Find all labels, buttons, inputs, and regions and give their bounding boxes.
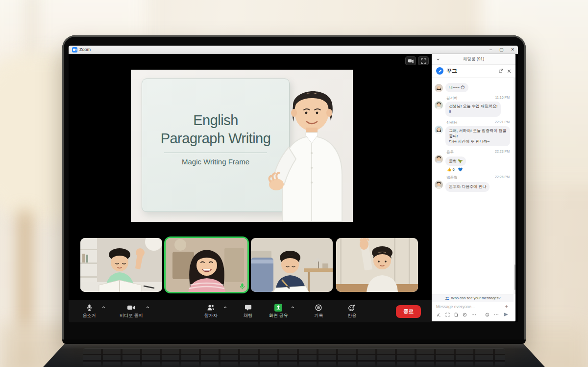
presentation-subtitle: Magic Writing Frame [142,157,289,166]
participant-tile-1[interactable] [80,238,162,292]
video-camera-icon [127,304,135,312]
camera-control-button[interactable] [405,56,416,65]
message-reactions[interactable]: 👍 6 💙 [447,167,510,172]
zoom-app-icon [72,47,77,52]
chat-message: 네~~~ 😊 [435,82,510,92]
stop-video-button[interactable]: 비디오 중지 [120,304,143,319]
chevron-up-icon[interactable] [101,305,106,310]
student-speaking-video [166,238,247,292]
message-bubble: 준혁 🦖 [445,157,466,166]
message-bubble: 은우야 다음주에 만나 [445,182,490,191]
message-time: 11:16 PM [495,96,510,99]
student-reading-video [80,238,162,292]
fullscreen-icon [421,58,426,64]
chat-footer: Who can see your messages? Message every… [432,294,514,321]
avatar-kim-seoha [435,101,443,109]
reactions-button[interactable]: 반응 [342,304,362,319]
mic-on-icon [240,283,245,290]
chat-input[interactable]: Message everyone... [436,304,504,309]
more-options-icon[interactable] [471,313,476,317]
laptop-screen: Zoom – ▢ ✕ [69,46,518,322]
avatar-teacher [435,126,443,134]
video-area: English Paragraph Writing Magic Writing … [69,54,432,322]
chat-panel-title: 채팅룸 (91) [432,56,515,62]
privacy-notice-text: Who can see your messages? [451,296,501,300]
message-time: 22:23 PM [495,150,510,153]
message-time: 22:21 PM [495,120,510,124]
mute-label: 음소거 [83,313,96,319]
avatar-park-junhyuk [435,181,443,189]
window-title: Zoom [79,47,91,52]
chat-message: 김서하 11:16 PM 선생님! 오늘 수업 재밌어요! !! [435,96,510,116]
add-attachment-button[interactable]: ＋ [504,304,509,309]
laptop-hinge [62,340,526,344]
close-chat-icon[interactable] [507,69,511,73]
chat-label: 채팅 [244,313,252,319]
end-meeting-button[interactable]: 종료 [396,305,421,318]
reactions-smiley-icon [348,304,356,312]
reaction-blue-heart[interactable]: 💙 [458,167,463,172]
record-label: 기록 [314,313,323,319]
title-divider [164,153,267,153]
screenshot-icon[interactable] [445,313,450,317]
zoom-titlebar: Zoom – ▢ ✕ [69,46,518,54]
message-time: 22:26 PM [495,175,510,179]
compose-badge-icon [436,67,443,75]
chat-panel-header: 채팅룸 (91) [432,54,515,65]
participants-button[interactable]: 참가자 [201,304,220,319]
chat-room-bar: 꾸그 [432,65,515,78]
apps-icon[interactable] [463,313,467,317]
file-icon[interactable] [454,313,458,317]
close-button[interactable]: ✕ [511,48,514,52]
teacher-illustration [268,79,353,222]
chat-message-list[interactable]: 네~~~ 😊 김서하 11:16 PM 선생님! 오늘 수업 재밌어요! !! [432,78,514,294]
pop-out-icon[interactable] [499,69,503,73]
presentation-title: English Paragraph Writing [142,111,289,148]
chevron-up-icon[interactable] [146,305,150,310]
message-bubble: 그래, 서하야! 오늘 집중력이 정말 좋다! 다음 시간에 또 만나자~ [445,126,510,147]
laptop-keyboard [83,348,505,367]
send-icon[interactable] [503,312,509,317]
minimize-button[interactable]: – [490,48,492,52]
record-button[interactable]: 기록 [309,304,328,319]
chat-message: 선생님 22:21 PM 그래, 서하야! 오늘 집중력이 정말 좋다! 다음 … [435,120,510,147]
chat-input-row: Message everyone... ＋ [432,302,514,310]
maximize-button[interactable]: ▢ [499,48,504,52]
avatar-girl [435,84,443,92]
chat-scrollbar[interactable] [514,78,515,294]
chevron-up-icon[interactable] [223,305,227,310]
share-screen-label: 화면 공유 [269,313,288,319]
more-options-icon[interactable] [494,313,499,317]
fullscreen-button[interactable] [418,56,429,65]
reactions-label: 반응 [347,313,356,319]
participant-tile-4[interactable] [336,238,418,292]
chat-room-name: 꾸그 [446,67,457,75]
emoji-icon[interactable] [485,313,490,317]
chat-message: 박준혁 22:26 PM 은우야 다음주에 만나 [435,175,510,191]
message-bubble: 선생님! 오늘 수업 재밌어요! !! [445,102,501,116]
chat-message: 은우 22:23 PM 준혁 🦖 👍 6 💙 [435,150,510,172]
chat-bubble-icon [245,304,252,312]
privacy-notice[interactable]: Who can see your messages? [432,294,514,302]
stop-video-label: 비디오 중지 [120,313,143,319]
privacy-people-icon [445,296,449,300]
chevron-up-icon[interactable] [291,305,295,310]
zoom-meeting-body: English Paragraph Writing Magic Writing … [69,54,518,322]
participants-label: 참가자 [204,313,218,319]
mute-button[interactable]: 음소거 [79,304,99,319]
desktop-scene: Zoom – ▢ ✕ [0,0,588,367]
format-text-icon[interactable] [437,313,441,317]
participant-strip [80,238,418,292]
shared-screen: English Paragraph Writing Magic Writing … [131,70,353,222]
student-hand-raised-video [336,238,418,292]
chat-input-toolbar [432,310,514,317]
chevron-down-icon[interactable] [436,57,440,61]
mic-icon [86,304,93,312]
share-screen-button[interactable]: 화면 공유 [269,304,288,319]
reaction-thumbs-up[interactable]: 👍 6 [447,167,455,172]
avatar-eunwoo [435,155,443,163]
participant-tile-3[interactable] [251,238,333,292]
chat-button[interactable]: 채팅 [238,304,258,319]
participant-tile-2-active-speaker[interactable] [166,238,247,292]
share-screen-icon [274,304,282,312]
